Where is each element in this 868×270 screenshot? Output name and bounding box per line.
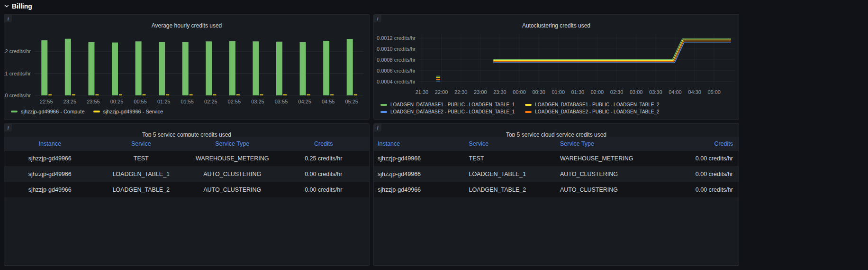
column-header-instance[interactable]: Instance [4,137,96,151]
legend-label: sjhzzjp-gd49966 - Service [103,109,163,114]
row-header-billing[interactable]: Billing [4,1,32,11]
bar-compute[interactable] [65,39,71,95]
panel-info-icon[interactable]: i [374,15,381,22]
table-cell: 0.25 credits/hr [278,151,370,167]
table-cell: LOADGEN_TABLE_1 [96,167,187,182]
x-tick-label: 00:00 [513,89,526,95]
panel-info-icon[interactable]: i [374,124,381,131]
table-cell: 0.00 credits/hr [278,167,370,182]
bar-compute[interactable] [229,41,235,95]
table-cell: AUTO_CLUSTERING [187,182,278,198]
bar-service[interactable] [283,94,287,95]
legend-item-db1-table1[interactable]: LOADGEN_DATABASE1 - PUBLIC - LOADGEN_TAB… [380,102,515,107]
bar-compute[interactable] [253,41,259,95]
y-tick-label: 0.0010 credits/hr [377,46,416,52]
bar-compute[interactable] [300,42,306,95]
column-header-instance[interactable]: Instance [374,137,465,151]
bar-service[interactable] [48,94,52,95]
bar-service[interactable] [143,94,146,95]
x-tick-label: 02:00 [591,89,604,95]
y-tick-label: 0.0006 credits/hr [377,68,416,74]
x-tick-label: 00:25 [110,99,124,104]
bar-compute[interactable] [206,41,212,95]
table-cell: 0.00 credits/hr [278,182,370,198]
x-tick-label: 23:30 [493,89,506,95]
column-header-service[interactable]: Service [96,137,187,151]
legend-color-marker [93,111,100,112]
legend-item-db2-table2[interactable]: LOADGEN_DATABASE2 - PUBLIC - LOADGEN_TAB… [525,109,659,114]
y-tick-label: 0.0004 credits/hr [377,79,416,84]
table-cell: LOADGEN_TABLE_1 [465,167,557,182]
x-tick-label: 01:25 [157,99,171,104]
legend-color-marker [525,111,532,113]
bar-service[interactable] [166,94,169,95]
x-tick-label: 22:30 [454,89,468,95]
panel-info-icon[interactable]: i [4,124,12,131]
column-header-service-type[interactable]: Service Type [187,137,278,151]
bar-compute[interactable] [347,39,353,95]
column-header-service-type[interactable]: Service Type [556,137,648,151]
bar-compute[interactable] [136,41,142,95]
panel-autoclustering-credits: i Autoclustering credits used 0.0004 cre… [373,14,739,120]
bar-chart-canvas[interactable]: 0.0 credits/hr0.1 credits/hr0.2 credits/… [4,28,369,108]
bar-service[interactable] [95,94,99,95]
x-tick-label: 04:30 [688,89,701,95]
x-tick-label: 00:55 [134,99,147,104]
panel-top5-cloud-credits: i Top 5 service cloud service credits us… [373,123,739,266]
table-cell: 0.00 credits/hr [648,167,739,182]
series-line[interactable] [493,40,731,61]
bar-chart[interactable]: 0.0 credits/hr0.1 credits/hr0.2 credits/… [4,28,369,108]
line-chart-canvas[interactable]: 0.0004 credits/hr0.0006 credits/hr0.0008… [374,28,739,100]
x-tick-label: 03:55 [275,99,288,104]
bar-service[interactable] [119,94,122,95]
x-tick-label: 01:55 [181,99,194,104]
panel-info-icon[interactable]: i [4,15,12,22]
bar-compute[interactable] [41,40,47,95]
table-cell: sjhzzjp-gd49966 [374,151,465,167]
legend-item-db1-table2[interactable]: LOADGEN_DATABASE1 - PUBLIC - LOADGEN_TAB… [525,102,659,107]
bar-compute[interactable] [276,42,282,95]
bar-compute[interactable] [112,43,118,95]
bar-service[interactable] [354,94,357,95]
bar-compute[interactable] [182,42,189,95]
table-cell: sjhzzjp-gd49966 [4,151,96,167]
table-cell: sjhzzjp-gd49966 [4,167,96,182]
bar-service[interactable] [190,94,193,95]
bar-service[interactable] [260,94,263,95]
x-tick-label: 22:55 [40,99,53,104]
legend-label: LOADGEN_DATABASE1 - PUBLIC - LOADGEN_TAB… [535,102,659,107]
table-header-row: Instance Service Service Type Credits [374,137,739,151]
bar-service[interactable] [213,94,216,95]
line-chart[interactable]: 0.0004 credits/hr0.0006 credits/hr0.0008… [374,28,739,100]
legend-item-db2-table1[interactable]: LOADGEN_DATABASE2 - PUBLIC - LOADGEN_TAB… [380,109,515,114]
legend-label: LOADGEN_DATABASE1 - PUBLIC - LOADGEN_TAB… [390,102,515,107]
y-tick-label: 0.0 credits/hr [4,93,31,98]
column-header-credits[interactable]: Credits [648,137,739,151]
bar-compute[interactable] [88,42,94,95]
x-tick-label: 04:55 [322,99,335,104]
bar-compute[interactable] [323,41,329,95]
bar-service[interactable] [330,94,334,95]
x-tick-label: 23:25 [63,99,77,104]
bar-service[interactable] [307,94,310,95]
x-tick-label: 02:30 [610,89,624,95]
x-tick-label: 00:30 [532,89,545,95]
column-header-service[interactable]: Service [465,137,557,151]
x-tick-label: 04:00 [669,89,682,95]
info-glyph: i [377,16,378,21]
table-cell: AUTO_CLUSTERING [556,167,648,182]
bar-compute[interactable] [159,42,165,95]
bar-service[interactable] [72,94,75,95]
legend-label: LOADGEN_DATABASE2 - PUBLIC - LOADGEN_TAB… [390,109,515,114]
column-header-credits[interactable]: Credits [278,137,370,151]
legend-item-service[interactable]: sjhzzjp-gd49966 - Service [93,109,163,114]
table-cell: AUTO_CLUSTERING [556,182,648,198]
series-line[interactable] [493,41,731,62]
legend-item-compute[interactable]: sjhzzjp-gd49966 - Compute [11,109,85,114]
row-title: Billing [12,2,32,10]
info-glyph: i [7,125,9,130]
bar-service[interactable] [236,94,240,95]
x-tick-label: 02:25 [204,99,217,104]
x-tick-label: 21:30 [416,89,429,95]
x-tick-label: 02:55 [228,99,241,104]
